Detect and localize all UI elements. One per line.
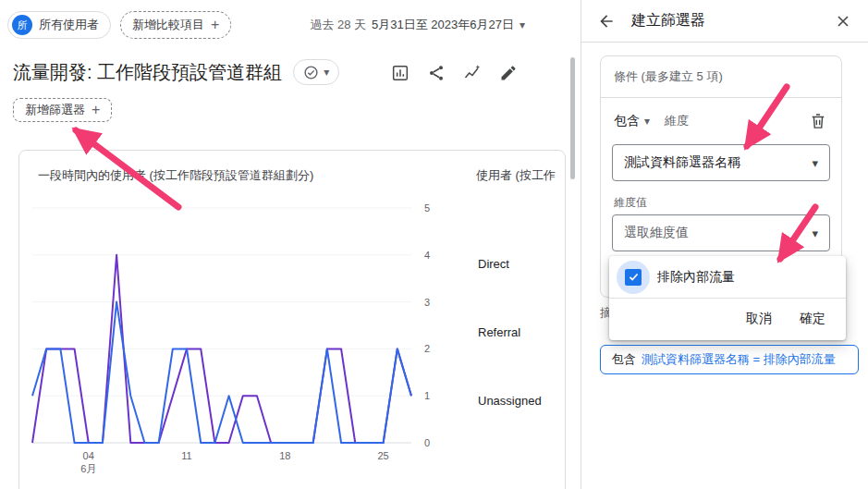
y-tick-label: 0 (424, 437, 430, 448)
bar-category-label: Direct (478, 257, 542, 271)
bar-category-label: Referral (478, 325, 542, 339)
line-blue-series (32, 302, 411, 443)
close-icon (834, 12, 852, 31)
data-quality-pill[interactable]: ▾ (293, 59, 339, 85)
main-report-area: 所 所有使用者 新增比較項目 + 過去 28 天 5月31日至 2023年6月2… (0, 0, 581, 489)
chevron-down-icon: ▾ (324, 67, 329, 78)
confirm-button[interactable]: 確定 (800, 311, 825, 327)
add-comparison-button[interactable]: 新增比較項目 + (120, 11, 231, 39)
summary-prefix: 包含 (612, 351, 636, 368)
arrow-left-icon (597, 12, 616, 31)
trash-icon (809, 112, 827, 130)
add-filter-button[interactable]: 新增篩選器 + (13, 98, 112, 122)
chevron-down-icon: ▾ (812, 227, 818, 239)
insights-button[interactable] (462, 63, 483, 83)
ga4-report-screen: 所 所有使用者 新增比較項目 + 過去 28 天 5月31日至 2023年6月2… (0, 0, 868, 489)
date-range-label: 5月31日至 2023年6月27日 (372, 17, 514, 33)
panel-title: 建立篩選器 (631, 11, 705, 31)
dimension-select[interactable]: 測試資料篩選器名稱 ▾ (612, 144, 830, 181)
x-tick-label: 18 (279, 450, 290, 461)
edit-button[interactable] (498, 63, 519, 83)
bar-category-label: Unassigned (478, 394, 542, 408)
add-filter-label: 新增篩選器 (25, 102, 85, 118)
report-action-icons (390, 63, 519, 83)
y-tick-label: 4 (424, 250, 430, 261)
condition-header: 條件 (最多建立 5 項) (601, 56, 841, 98)
checkbox-halo (617, 261, 650, 294)
users-line-chart: 543210046月111825 (23, 195, 458, 478)
filter-summary-chip: 包含 測試資料篩選器名稱 = 排除內部流量 (600, 345, 859, 374)
summary-value: 測試資料篩選器名稱 = 排除內部流量 (642, 351, 836, 368)
insights-icon (463, 64, 482, 82)
chevron-down-icon: ▾ (812, 157, 818, 169)
bar-chart-title: 使用者 (按工作 (476, 167, 565, 184)
chevron-down-icon: ▾ (520, 19, 525, 31)
menu-option-exclude-internal[interactable]: 排除內部流量 (609, 256, 846, 299)
add-filter-container: 新增篩選器 + (13, 98, 112, 122)
check-icon (628, 271, 640, 283)
audience-chip[interactable]: 所 所有使用者 (7, 11, 111, 39)
page-title: 流量開發: 工作階段預設管道群組 (13, 60, 282, 85)
cancel-button[interactable]: 取消 (746, 311, 772, 327)
x-tick-label: 11 (181, 450, 191, 461)
check-circle-icon (303, 65, 319, 80)
y-tick-label: 3 (424, 297, 430, 308)
share-button[interactable] (426, 63, 446, 83)
dimension-value-placeholder: 選取維度值 (624, 225, 689, 241)
add-comparison-label: 新增比較項目 (132, 17, 204, 33)
dimension-field-label: 維度 (665, 113, 689, 129)
menu-actions: 取消 確定 (609, 299, 846, 339)
chevron-down-icon: ▾ (644, 116, 650, 127)
operator-dropdown[interactable]: 包含 ▾ (614, 113, 650, 129)
dimension-value-menu: 排除內部流量 取消 確定 (609, 256, 846, 340)
delete-condition-button[interactable] (808, 111, 828, 131)
date-preset-label: 過去 28 天 (310, 17, 366, 33)
chart-edit-icon (391, 64, 410, 82)
audience-avatar: 所 (12, 15, 32, 35)
panel-header: 建立篩選器 (581, 0, 868, 43)
users-over-time-card: 一段時間內的使用者 (按工作階段預設管道群組劃分) 使用者 (按工作 54321… (18, 150, 566, 489)
comparison-toolbar: 所 所有使用者 新增比較項目 + 過去 28 天 5月31日至 2023年6月2… (0, 0, 581, 50)
operator-label: 包含 (614, 113, 640, 129)
y-tick-label: 2 (424, 343, 430, 354)
date-range-picker[interactable]: 過去 28 天 5月31日至 2023年6月27日 ▾ (310, 17, 573, 33)
bar-chart-categories: DirectReferralUnassigned (478, 257, 542, 408)
x-tick-label: 25 (378, 450, 389, 461)
checkbox-checked[interactable] (625, 269, 642, 286)
line-chart-title: 一段時間內的使用者 (按工作階段預設管道群組劃分) (38, 167, 313, 184)
share-icon (427, 64, 446, 82)
customize-chart-button[interactable] (390, 63, 410, 83)
x-tick-sublabel: 6月 (80, 463, 96, 474)
plus-icon: + (92, 103, 100, 117)
dimension-value-select[interactable]: 選取維度值 ▾ (612, 214, 830, 251)
dimension-select-value: 測試資料篩選器名稱 (624, 154, 740, 171)
y-tick-label: 1 (424, 390, 430, 401)
close-button[interactable] (833, 11, 853, 31)
back-button[interactable] (596, 11, 617, 31)
option-label: 排除內部流量 (657, 269, 735, 286)
x-tick-label: 04 (83, 450, 94, 461)
pencil-icon (499, 64, 518, 82)
dimension-value-label: 維度值 (614, 195, 830, 211)
create-filter-panel: 建立篩選器 條件 (最多建立 5 項) 包含 ▾ 維度 (581, 0, 868, 489)
audience-label: 所有使用者 (39, 17, 99, 33)
report-title-row: 流量開發: 工作階段預設管道群組 ▾ (13, 59, 339, 85)
scrollbar-thumb[interactable] (570, 57, 575, 179)
y-tick-label: 5 (424, 202, 430, 214)
plus-icon: + (211, 18, 219, 32)
condition-row: 包含 ▾ 維度 (601, 98, 841, 141)
